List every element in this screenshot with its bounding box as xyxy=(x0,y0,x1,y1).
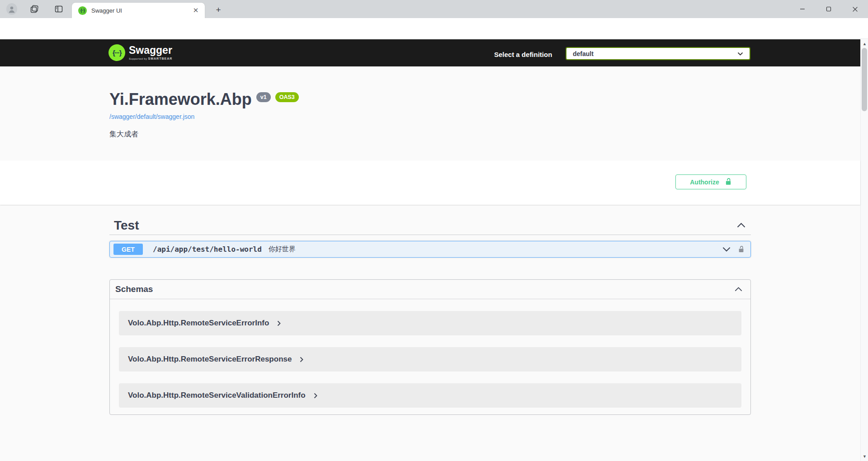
plus-icon: + xyxy=(216,5,221,15)
model-name: Volo.Abp.Http.RemoteServiceErrorInfo xyxy=(128,319,269,328)
page-scrollbar[interactable]: ▲ ▼ xyxy=(860,39,868,461)
model-name: Volo.Abp.Http.RemoteServiceErrorResponse xyxy=(128,355,292,364)
model-row-remote-service-error-response[interactable]: Volo.Abp.Http.RemoteServiceErrorResponse xyxy=(119,347,741,372)
browser-toolbar: localhost:19001/swagger/index.html ☆ xyxy=(0,18,868,39)
model-row-remote-service-validation-error-info[interactable]: Volo.Abp.Http.RemoteServiceValidationErr… xyxy=(119,383,741,408)
authorize-button[interactable]: Authorize xyxy=(675,174,746,189)
model-name: Volo.Abp.Http.RemoteServiceValidationErr… xyxy=(128,391,306,400)
unlock-icon xyxy=(725,178,732,186)
schemas-collapse-icon[interactable] xyxy=(735,287,742,292)
definition-select[interactable]: default xyxy=(566,47,750,60)
tab-close-icon[interactable]: ✕ xyxy=(191,6,200,15)
profile-button[interactable] xyxy=(6,4,17,14)
authorize-label: Authorize xyxy=(690,179,719,186)
profile-avatar-icon xyxy=(6,3,17,15)
select-chevron-down-icon xyxy=(737,52,743,56)
tag-collapse-icon[interactable] xyxy=(737,223,745,228)
swagger-logo-tagline: Supported by SMARTBEAR xyxy=(129,57,172,60)
swagger-favicon-icon: {··} xyxy=(78,6,87,15)
schemas-title: Schemas xyxy=(115,284,153,294)
method-badge: GET xyxy=(113,244,143,255)
swagger-logo-text: Swagger xyxy=(129,44,172,56)
scrollbar-up-icon[interactable]: ▲ xyxy=(861,40,868,47)
operation-expand-icon[interactable] xyxy=(722,247,731,252)
model-chevron-right-icon xyxy=(314,393,317,399)
minimize-icon xyxy=(800,6,805,12)
workspaces-button[interactable] xyxy=(29,4,40,14)
maximize-icon xyxy=(826,6,831,12)
scrollbar-down-icon[interactable]: ▼ xyxy=(861,452,868,460)
model-chevron-right-icon xyxy=(277,320,281,326)
window-close-button[interactable] xyxy=(842,0,868,18)
operation-path: /api/app/test/hello-world xyxy=(153,245,262,254)
vertical-tabs-icon xyxy=(54,5,63,14)
maximize-button[interactable] xyxy=(816,0,842,18)
vertical-tabs-button[interactable] xyxy=(53,4,64,14)
select-definition-label: Select a definition xyxy=(494,51,552,58)
window-close-icon xyxy=(852,6,858,12)
definition-selected-value: default xyxy=(573,50,594,57)
model-chevron-right-icon xyxy=(300,357,303,362)
scheme-container: Authorize xyxy=(0,160,860,205)
oas3-badge: OAS3 xyxy=(275,92,299,102)
minimize-button[interactable] xyxy=(789,0,816,18)
api-info-header: Yi.Framework.Abp v1 OAS3 xyxy=(109,90,299,109)
model-row-remote-service-error-info[interactable]: Volo.Abp.Http.RemoteServiceErrorInfo xyxy=(119,311,741,335)
swagger-logo-icon: {···} xyxy=(108,44,125,61)
spec-link[interactable]: /swagger/default/swagger.json xyxy=(109,113,194,120)
operation-lock-icon[interactable] xyxy=(738,245,745,254)
workspaces-icon xyxy=(30,5,39,14)
operation-get-hello-world[interactable]: GET /api/app/test/hello-world 你好世界 xyxy=(109,241,751,258)
swagger-logo[interactable]: {···} Swagger Supported by SMARTBEAR xyxy=(108,44,172,61)
operation-summary: 你好世界 xyxy=(269,245,296,254)
api-description: 集大成者 xyxy=(109,130,138,139)
tag-section-test[interactable]: Test xyxy=(109,216,751,235)
new-tab-button[interactable]: + xyxy=(212,4,224,16)
schemas-header[interactable]: Schemas xyxy=(110,280,750,299)
schemas-section: Schemas Volo.Abp.Http.RemoteServiceError… xyxy=(109,279,751,415)
tag-name: Test xyxy=(114,218,139,233)
version-badge: v1 xyxy=(256,92,271,102)
browser-tab-bar: {··} Swagger UI ✕ + xyxy=(0,0,868,18)
scrollbar-thumb[interactable] xyxy=(862,48,867,111)
tab-title: Swagger UI xyxy=(91,7,191,14)
browser-tab-swagger-ui[interactable]: {··} Swagger UI ✕ xyxy=(72,3,205,18)
api-title: Yi.Framework.Abp xyxy=(109,90,252,109)
